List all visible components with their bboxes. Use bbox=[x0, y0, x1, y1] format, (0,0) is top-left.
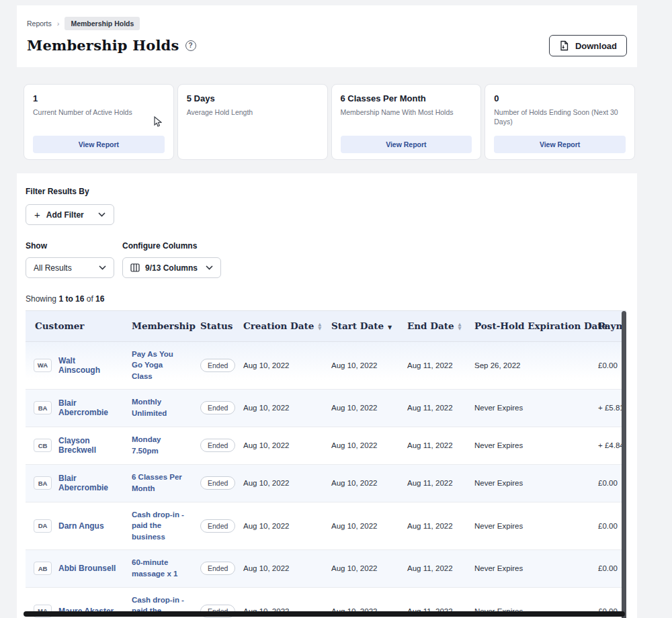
avatar: CB bbox=[34, 439, 52, 452]
customer-name-link[interactable]: Abbi Brounsell bbox=[58, 564, 116, 573]
status-badge: Ended bbox=[200, 359, 235, 372]
status-badge: Ended bbox=[200, 476, 235, 490]
sort-desc-icon: ▼ bbox=[388, 324, 392, 330]
customer-name-link[interactable]: Blair Abercrombie bbox=[58, 398, 117, 417]
avatar: BA bbox=[34, 476, 52, 490]
plus-icon: + bbox=[34, 210, 40, 220]
post-hold-expiration-cell: Sep 26, 2022 bbox=[466, 341, 590, 389]
end-date-cell: Aug 11, 2022 bbox=[399, 341, 466, 389]
end-date-cell: Aug 11, 2022 bbox=[399, 549, 466, 587]
avatar: BA bbox=[34, 401, 52, 414]
show-control: Show All Results bbox=[26, 241, 114, 278]
stat-value: 6 Classes Per Month bbox=[341, 93, 472, 103]
column-header[interactable]: Membership bbox=[124, 311, 192, 341]
pointer-cursor-icon bbox=[153, 116, 162, 128]
membership-cell: 6 Classes Per Month bbox=[124, 464, 192, 502]
status-badge: Ended bbox=[200, 401, 235, 414]
payment-cell: + £4.84 bbox=[590, 427, 626, 464]
help-icon[interactable]: ? bbox=[185, 40, 196, 51]
breadcrumb-reports-link[interactable]: Reports bbox=[27, 19, 52, 28]
stat-description: Number of Holds Ending Soon (Next 30 Day… bbox=[494, 108, 626, 126]
view-report-button[interactable]: View Report bbox=[341, 136, 472, 153]
page-header: Reports › Membership Holds Membership Ho… bbox=[17, 5, 637, 67]
column-header[interactable]: End Date▲▼ bbox=[399, 311, 466, 341]
vertical-scrollbar[interactable] bbox=[622, 311, 626, 618]
add-filter-button[interactable]: + Add Filter bbox=[26, 204, 114, 225]
holds-table: Customer Membership Status Creation Date… bbox=[26, 311, 626, 618]
stat-value: 0 bbox=[494, 93, 626, 103]
view-report-button[interactable]: View Report bbox=[33, 136, 165, 153]
column-header[interactable]: Creation Date▲▼ bbox=[235, 311, 323, 341]
status-cell: Ended bbox=[192, 549, 235, 587]
table-row[interactable]: CB Clayson Breckwell Monday 7.50pm Ended… bbox=[26, 427, 626, 464]
start-date-cell: Aug 10, 2022 bbox=[323, 341, 399, 389]
status-badge: Ended bbox=[200, 562, 235, 575]
start-date-cell: Aug 10, 2022 bbox=[323, 549, 399, 587]
customer-name-link[interactable]: Clayson Breckwell bbox=[58, 436, 117, 455]
membership-cell: Pay As You Go Yoga Class bbox=[124, 341, 192, 389]
chevron-down-icon bbox=[98, 212, 106, 217]
column-header[interactable]: Post-Hold Expiration Date bbox=[466, 311, 590, 341]
customer-name-link[interactable]: Blair Abercrombie bbox=[58, 474, 117, 492]
table-row[interactable]: DA Darn Angus Cash drop-in - paid the bu… bbox=[26, 502, 626, 549]
status-cell: Ended bbox=[192, 341, 235, 389]
membership-cell: Cash drop-in - paid the business bbox=[124, 502, 192, 549]
avatar: WA bbox=[34, 359, 52, 372]
membership-name: Cash drop-in - paid the business bbox=[132, 511, 184, 541]
end-date-cell: Aug 11, 2022 bbox=[399, 427, 466, 464]
status-badge: Ended bbox=[200, 519, 235, 533]
post-hold-expiration-cell: Never Expires bbox=[466, 389, 590, 427]
show-results-value: All Results bbox=[34, 263, 72, 273]
table-row[interactable]: AB Abbi Brounsell 60-minute massage x 1 … bbox=[26, 549, 626, 587]
table-row[interactable]: BA Blair Abercrombie Monthly Unlimited E… bbox=[26, 389, 626, 427]
avatar: AB bbox=[34, 562, 52, 575]
membership-cell: Monthly Unlimited bbox=[124, 389, 192, 427]
sort-both-icon: ▲▼ bbox=[458, 323, 462, 330]
payment-cell: £0.00 bbox=[590, 549, 626, 587]
column-header-label: Membership bbox=[132, 320, 196, 331]
filter-results-label: Filter Results By bbox=[26, 187, 637, 196]
column-header[interactable]: Start Date▼ bbox=[323, 311, 399, 341]
creation-date-cell: Aug 10, 2022 bbox=[235, 427, 323, 464]
column-header[interactable]: Customer bbox=[26, 311, 124, 341]
creation-date-cell: Aug 10, 2022 bbox=[235, 464, 323, 502]
end-date-cell: Aug 11, 2022 bbox=[399, 502, 466, 549]
show-results-select[interactable]: All Results bbox=[26, 257, 114, 278]
table-row[interactable]: WA Walt Ainscough Pay As You Go Yoga Cla… bbox=[26, 341, 626, 389]
start-date-cell: Aug 10, 2022 bbox=[323, 464, 399, 502]
download-button[interactable]: Download bbox=[549, 35, 627, 56]
column-header-label: Status bbox=[200, 320, 233, 331]
chevron-down-icon bbox=[206, 265, 213, 270]
add-filter-label: Add Filter bbox=[46, 210, 84, 220]
stat-card-active-holds: 1 Current Number of Active Holds View Re… bbox=[24, 84, 174, 160]
stat-card-average-hold-length: 5 Days Average Hold Length bbox=[177, 84, 328, 160]
columns-button-label: 9/13 Columns bbox=[145, 263, 198, 273]
table-header-row: Customer Membership Status Creation Date… bbox=[26, 311, 626, 341]
stat-description: Membership Name With Most Holds bbox=[341, 108, 472, 118]
post-hold-expiration-cell: Never Expires bbox=[466, 464, 590, 502]
show-label: Show bbox=[26, 241, 114, 251]
stat-value: 5 Days bbox=[187, 93, 319, 103]
avatar: DA bbox=[34, 519, 52, 533]
column-header[interactable]: Status bbox=[192, 311, 235, 341]
horizontal-scrollbar[interactable] bbox=[24, 611, 625, 617]
customer-cell: BA Blair Abercrombie bbox=[26, 464, 124, 502]
breadcrumb: Reports › Membership Holds bbox=[17, 5, 637, 30]
holds-table-container: Customer Membership Status Creation Date… bbox=[26, 310, 626, 618]
configure-columns-button[interactable]: 9/13 Columns bbox=[122, 257, 221, 278]
creation-date-cell: Aug 10, 2022 bbox=[235, 549, 323, 587]
status-cell: Ended bbox=[192, 389, 235, 427]
view-report-button[interactable]: View Report bbox=[494, 136, 626, 153]
stat-value: 1 bbox=[33, 93, 165, 103]
status-cell: Ended bbox=[192, 427, 235, 464]
stat-description: Average Hold Length bbox=[187, 108, 319, 118]
post-hold-expiration-cell: Never Expires bbox=[466, 502, 590, 549]
status-badge: Ended bbox=[200, 439, 235, 452]
start-date-cell: Aug 10, 2022 bbox=[323, 427, 399, 464]
stats-row: 1 Current Number of Active Holds View Re… bbox=[24, 84, 635, 160]
customer-name-link[interactable]: Darn Angus bbox=[58, 521, 104, 531]
payment-cell: £0.00 bbox=[590, 341, 626, 389]
results-range: 1 to 16 bbox=[58, 294, 84, 304]
table-row[interactable]: BA Blair Abercrombie 6 Classes Per Month… bbox=[26, 464, 626, 502]
customer-name-link[interactable]: Walt Ainscough bbox=[58, 356, 117, 375]
